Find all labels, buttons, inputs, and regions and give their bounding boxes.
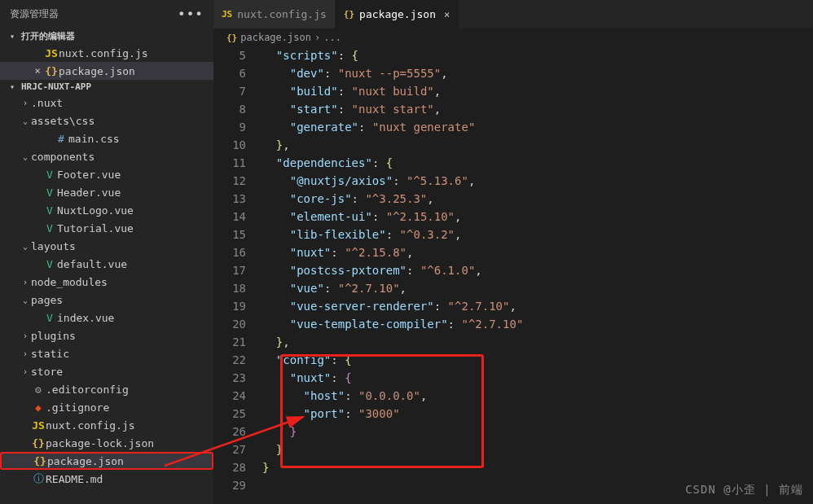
file-item[interactable]: VFooter.vue bbox=[0, 165, 213, 183]
line-number: 23 bbox=[213, 369, 246, 387]
file-name: .editorconfig bbox=[46, 383, 129, 396]
close-icon[interactable]: × bbox=[444, 9, 450, 20]
code-line[interactable]: "core-js": "^3.25.3", bbox=[262, 190, 813, 208]
chevron-icon: › bbox=[20, 331, 31, 340]
file-name: nuxt.config.js bbox=[59, 47, 148, 59]
file-icon: V bbox=[42, 222, 57, 234]
code-line[interactable]: "host": "0.0.0.0", bbox=[262, 387, 813, 405]
folder-name: static bbox=[31, 348, 69, 360]
folder-item[interactable]: ›plugins bbox=[0, 327, 213, 344]
code-editor[interactable]: 5678910111213141516171819202122232425262… bbox=[213, 46, 813, 504]
code-line[interactable]: }, bbox=[262, 136, 813, 154]
file-icon: {} bbox=[31, 437, 46, 449]
file-icon: ◆ bbox=[31, 401, 46, 414]
line-number: 5 bbox=[213, 46, 246, 64]
tab-bar: JSnuxt.config.js{}package.json× bbox=[213, 0, 813, 28]
line-number: 25 bbox=[213, 405, 246, 423]
code-line[interactable]: "@nuxtjs/axios": "^5.13.6", bbox=[262, 172, 813, 190]
more-icon[interactable]: ••• bbox=[178, 7, 204, 22]
folder-item[interactable]: ⌄components bbox=[0, 147, 213, 165]
file-name: Footer.vue bbox=[57, 169, 121, 181]
breadcrumb[interactable]: {} package.json › ... bbox=[213, 28, 813, 46]
file-name: nuxt.config.js bbox=[46, 419, 135, 432]
code-line[interactable]: "nuxt": { bbox=[262, 369, 813, 387]
close-icon[interactable]: × bbox=[31, 65, 44, 77]
project-header[interactable]: ▾ HRJC-NUXT-APP bbox=[0, 80, 213, 94]
folder-item[interactable]: ⌄layouts bbox=[0, 237, 213, 255]
file-item[interactable]: Vdefault.vue bbox=[0, 255, 213, 273]
line-number: 7 bbox=[213, 82, 246, 100]
file-name: package.json bbox=[59, 65, 135, 77]
line-number: 17 bbox=[213, 261, 246, 279]
code-line[interactable]: "scripts": { bbox=[262, 46, 813, 64]
file-item[interactable]: Vindex.vue bbox=[0, 309, 213, 327]
code-content[interactable]: "scripts": { "dev": "nuxt --p=5555", "bu… bbox=[262, 46, 813, 504]
line-gutter: 5678910111213141516171819202122232425262… bbox=[213, 46, 262, 504]
folder-name: .nuxt bbox=[31, 97, 63, 109]
folder-item[interactable]: ›store bbox=[0, 362, 213, 380]
folder-item[interactable]: ⌄pages bbox=[0, 291, 213, 309]
chevron-icon: › bbox=[20, 367, 31, 376]
chevron-icon: ⌄ bbox=[20, 242, 31, 251]
line-number: 19 bbox=[213, 297, 246, 315]
editor-tab[interactable]: {}package.json× bbox=[336, 0, 459, 28]
folder-item[interactable]: ›static bbox=[0, 344, 213, 362]
code-line[interactable]: "config": { bbox=[262, 351, 813, 369]
file-icon: V bbox=[42, 258, 57, 270]
folder-name: pages bbox=[31, 294, 63, 306]
explorer-title: 资源管理器 bbox=[10, 7, 59, 21]
folder-item[interactable]: ⌄assets\css bbox=[0, 112, 213, 129]
open-editors-header[interactable]: ▾ 打开的编辑器 bbox=[0, 28, 213, 44]
code-line[interactable]: "vue": "^2.7.10", bbox=[262, 279, 813, 297]
file-item[interactable]: ⓘREADME.md bbox=[0, 470, 213, 488]
code-line[interactable]: "lib-flexible": "^0.3.2", bbox=[262, 226, 813, 243]
file-item[interactable]: #main.css bbox=[0, 129, 213, 147]
line-number: 20 bbox=[213, 315, 246, 333]
code-line[interactable]: "dev": "nuxt --p=5555", bbox=[262, 64, 813, 82]
code-line[interactable]: }, bbox=[262, 333, 813, 351]
file-name: index.vue bbox=[57, 312, 114, 324]
code-line[interactable]: "nuxt": "^2.15.8", bbox=[262, 243, 813, 261]
code-line[interactable]: "dependencies": { bbox=[262, 154, 813, 172]
file-item[interactable]: VTutorial.vue bbox=[0, 219, 213, 237]
file-icon: ⓘ bbox=[31, 471, 46, 486]
folder-name: assets\css bbox=[31, 115, 94, 127]
file-item[interactable]: VNuxtLogo.vue bbox=[0, 201, 213, 219]
file-item[interactable]: ◆.gitignore bbox=[0, 398, 213, 416]
code-line[interactable]: "build": "nuxt build", bbox=[262, 82, 813, 100]
file-icon: JS bbox=[31, 419, 46, 432]
code-line[interactable]: "port": "3000" bbox=[262, 405, 813, 423]
breadcrumb-file: package.json bbox=[240, 32, 311, 43]
file-name: main.css bbox=[68, 133, 120, 145]
editor-tab[interactable]: JSnuxt.config.js bbox=[213, 0, 336, 28]
file-item[interactable]: {}package.json bbox=[0, 452, 213, 470]
chevron-icon: ⌄ bbox=[20, 116, 31, 125]
watermark: CSDN @小歪 | 前端 bbox=[685, 483, 803, 497]
open-editor-item[interactable]: ×{}package.json bbox=[0, 62, 213, 80]
code-line[interactable]: "start": "nuxt start", bbox=[262, 100, 813, 118]
breadcrumb-sep: › bbox=[314, 32, 320, 43]
file-item[interactable]: JSnuxt.config.js bbox=[0, 416, 213, 434]
code-line[interactable]: } bbox=[262, 423, 813, 440]
file-item[interactable]: VHeader.vue bbox=[0, 183, 213, 201]
file-name: .gitignore bbox=[46, 401, 109, 414]
code-line[interactable]: } bbox=[262, 458, 813, 476]
code-line[interactable]: "vue-server-renderer": "^2.7.10", bbox=[262, 297, 813, 315]
folder-name: components bbox=[31, 151, 94, 163]
line-number: 14 bbox=[213, 208, 246, 226]
chevron-icon: › bbox=[20, 278, 31, 287]
file-item[interactable]: {}package-lock.json bbox=[0, 434, 213, 452]
code-line[interactable]: "element-ui": "^2.15.10", bbox=[262, 208, 813, 226]
file-icon: {} bbox=[344, 9, 354, 20]
code-line[interactable]: "generate": "nuxt generate" bbox=[262, 118, 813, 136]
line-number: 29 bbox=[213, 476, 246, 494]
chevron-down-icon: ▾ bbox=[10, 32, 18, 41]
folder-item[interactable]: ›.nuxt bbox=[0, 94, 213, 112]
file-item[interactable]: ⚙.editorconfig bbox=[0, 380, 213, 398]
code-line[interactable]: } bbox=[262, 440, 813, 458]
file-name: Tutorial.vue bbox=[57, 222, 134, 234]
open-editor-item[interactable]: JSnuxt.config.js bbox=[0, 44, 213, 62]
code-line[interactable]: "vue-template-compiler": "^2.7.10" bbox=[262, 315, 813, 333]
code-line[interactable]: "postcss-pxtorem": "^6.1.0", bbox=[262, 261, 813, 279]
folder-item[interactable]: ›node_modules bbox=[0, 273, 213, 291]
